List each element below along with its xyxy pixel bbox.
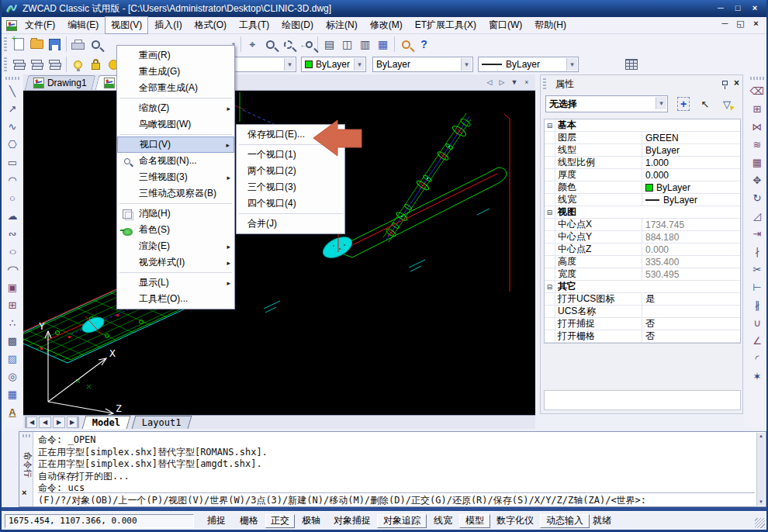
doc-tab-drawing1[interactable]: Drawing1: [25, 75, 95, 90]
extend-icon[interactable]: ⊢: [749, 278, 766, 296]
chevron-down-icon[interactable]: ▾: [656, 97, 666, 109]
close-icon[interactable]: ×: [734, 78, 739, 88]
ellipse-icon[interactable]: ○: [0, 243, 24, 261]
quick-select-icon[interactable]: +: [674, 95, 693, 112]
close-icon[interactable]: ×: [22, 488, 26, 497]
make-block-icon[interactable]: ⊞: [4, 296, 22, 314]
tool-palettes-icon[interactable]: ▥: [356, 36, 374, 53]
prop-category-misc[interactable]: ⊟其它: [545, 281, 740, 293]
menu-item-viewports[interactable]: 视口(V)▸: [117, 136, 234, 153]
layer-states-icon[interactable]: [28, 56, 46, 73]
hatch-icon[interactable]: ▩: [4, 332, 22, 350]
prop-row-snap-on[interactable]: 打开捕捉否: [545, 318, 740, 330]
minimize-icon[interactable]: ─: [714, 2, 728, 14]
move-icon[interactable]: ✥: [749, 171, 766, 189]
zoom-window-icon[interactable]: [279, 36, 297, 53]
join-icon[interactable]: ∪: [749, 314, 766, 332]
new-icon[interactable]: +: [10, 36, 28, 53]
command-window[interactable]: 命令行 × 命令: _OPEN正在用字型[simplex.shx]替代字型[RO…: [19, 431, 766, 507]
prop-row-linetype-scale[interactable]: 线型比例1.000: [545, 157, 740, 169]
table-icon[interactable]: ▦: [4, 385, 22, 403]
collapse-icon[interactable]: ⊟: [545, 206, 555, 218]
spline-icon[interactable]: ∾: [4, 225, 22, 243]
object-filter-icon[interactable]: ▽: [718, 95, 736, 112]
tab-model[interactable]: Model: [82, 416, 131, 429]
collapse-icon[interactable]: ⊟: [545, 281, 555, 292]
toggle-ortho[interactable]: 正交: [265, 514, 295, 528]
tab-list-icon[interactable]: ▼: [509, 77, 520, 88]
layer-on-icon[interactable]: [69, 56, 87, 73]
offset-icon[interactable]: ≋: [749, 136, 766, 154]
toggle-grid[interactable]: 栅格: [233, 514, 265, 528]
menu-item-visual-styles[interactable]: 视觉样式(I)▸: [117, 254, 234, 271]
trim-icon[interactable]: ✂: [749, 261, 766, 278]
mtext-icon[interactable]: A: [4, 403, 22, 421]
chevron-down-icon[interactable]: ▾: [284, 58, 295, 71]
prop-row-ucs-icon-on[interactable]: 打开UCS图标是: [545, 293, 740, 306]
command-input[interactable]: (F)/?/对象(OB)/上一个(P)/视图(V)/世界(W)/3点(3)/新建…: [38, 492, 755, 505]
layer-manager-icon[interactable]: [10, 56, 28, 73]
resize-grip[interactable]: [755, 518, 765, 528]
revision-cloud-icon[interactable]: ☁: [4, 207, 22, 225]
chevron-down-icon[interactable]: ▾: [354, 58, 365, 71]
point-icon[interactable]: ∴: [4, 314, 22, 332]
properties-header[interactable]: 属性 ×: [541, 75, 742, 92]
linetype-combo[interactable]: ByLayer ▾: [372, 57, 473, 72]
menu-item-redraw[interactable]: 重画(R): [117, 47, 234, 64]
menu-item-four-viewports[interactable]: 四个视口(4): [237, 195, 344, 212]
tab-scroll-right-icon[interactable]: ▷: [496, 77, 507, 88]
layer-lock-icon[interactable]: [87, 56, 105, 73]
command-strip[interactable]: 命令行 ×: [19, 432, 33, 506]
menu-insert[interactable]: 插入(I): [148, 16, 188, 34]
prop-category-view[interactable]: ⊟视图: [545, 206, 740, 219]
prop-row-center-x[interactable]: 中心点X1734.745: [545, 219, 740, 231]
prev-tab-icon[interactable]: ◀: [39, 416, 51, 428]
prop-row-color[interactable]: 颜色ByLayer: [545, 181, 740, 194]
region-icon[interactable]: ◎: [4, 368, 22, 385]
erase-icon[interactable]: ⌫: [749, 82, 766, 100]
menu-file[interactable]: 文件(F): [19, 16, 61, 34]
title-bar[interactable]: ZWCAD Classic 试用版 - [C:\Users\Administra…: [2, 0, 766, 17]
command-scrollbar[interactable]: ▲▼: [756, 433, 765, 506]
next-tab-icon[interactable]: ▶: [53, 416, 65, 428]
zoom-previous-icon[interactable]: ←: [297, 36, 315, 53]
menu-window[interactable]: 窗口(W): [483, 16, 528, 34]
doc-minimize-icon[interactable]: ─: [719, 19, 731, 29]
menu-draw[interactable]: 绘图(D): [275, 16, 320, 34]
prop-row-ucs-name[interactable]: UCS名称: [545, 306, 740, 318]
prop-category-basic[interactable]: ⊟基本: [545, 119, 740, 132]
gradient-icon[interactable]: ▨: [4, 350, 22, 368]
lineweight-combo[interactable]: ByLayer ▾: [478, 57, 579, 72]
polyline-icon[interactable]: ∿: [4, 118, 22, 136]
plot-icon[interactable]: [69, 36, 87, 53]
menu-item-render[interactable]: 渲染(E)▸: [117, 238, 234, 254]
layer-previous-icon[interactable]: [46, 56, 64, 73]
pan-icon[interactable]: ⌖: [244, 36, 261, 53]
doc-restore-icon[interactable]: ◱: [735, 19, 746, 29]
pin-icon[interactable]: [722, 81, 728, 85]
fillet-icon[interactable]: ◜: [749, 350, 766, 368]
toggle-dyn-input[interactable]: 动态输入: [540, 514, 590, 528]
toggle-polar[interactable]: 极轴: [295, 514, 327, 528]
toolbar-grip[interactable]: [4, 37, 7, 51]
scroll-down-icon[interactable]: ▼: [759, 499, 764, 505]
line-icon[interactable]: ╲: [4, 82, 22, 100]
menu-item-shade[interactable]: 着色(S): [117, 222, 234, 238]
stretch-icon[interactable]: ⇥: [749, 225, 766, 243]
toggle-tablet[interactable]: 数字化仪: [490, 514, 540, 528]
construction-line-icon[interactable]: ↗: [4, 100, 22, 118]
save-icon[interactable]: [46, 36, 64, 53]
array-icon[interactable]: ▦: [749, 154, 766, 171]
insert-block-icon[interactable]: ▣: [4, 278, 22, 296]
lengthen-icon[interactable]: ∤: [749, 243, 766, 261]
circle-icon[interactable]: ○: [4, 189, 22, 207]
toolbar-grip[interactable]: [4, 57, 7, 71]
menu-tools[interactable]: 工具(T): [233, 16, 275, 34]
toggle-lineweight[interactable]: 线宽: [427, 514, 459, 528]
prop-row-center-z[interactable]: 中心点Z0.000: [545, 244, 740, 256]
copy-icon[interactable]: ⊞: [749, 100, 766, 118]
last-tab-icon[interactable]: ▶: [67, 416, 79, 428]
open-icon[interactable]: [28, 36, 46, 53]
rotate-icon[interactable]: ↻: [749, 189, 766, 207]
find-icon[interactable]: [397, 36, 415, 53]
